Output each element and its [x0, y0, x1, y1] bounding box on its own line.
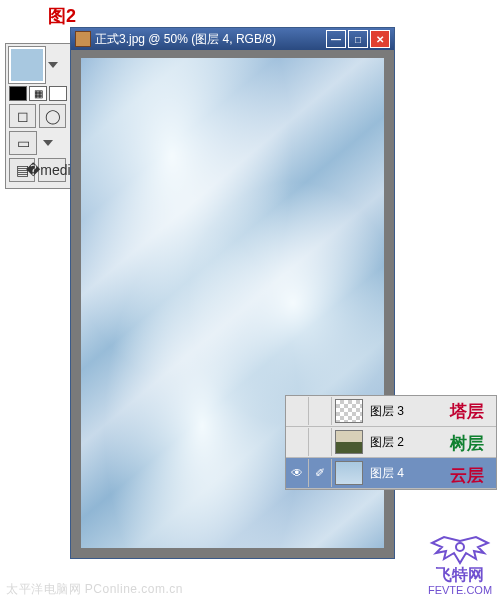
fill-solid-icon[interactable]: [9, 86, 27, 101]
blend-button[interactable]: ▭: [9, 131, 37, 155]
wings-icon: [424, 533, 496, 567]
titlebar[interactable]: 正式3.jpg @ 50% (图层 4, RGB/8) — □ ✕: [71, 28, 394, 50]
layer-thumbnail[interactable]: [335, 430, 363, 454]
svg-point-0: [456, 543, 464, 551]
annotation-tower: 塔层: [450, 400, 484, 423]
eye-icon: 👁: [291, 466, 303, 480]
lock-toggle[interactable]: [309, 397, 332, 425]
lock-toggle[interactable]: ✐: [309, 459, 332, 487]
mode-normal-button[interactable]: ◻: [9, 104, 36, 128]
layer-name[interactable]: 图层 2: [370, 434, 404, 451]
site-url: FEVTE.COM: [424, 584, 496, 596]
tool-options-panel: ▦ ◻ ◯ ▭ ▤ �medic: [5, 43, 73, 189]
visibility-toggle[interactable]: [286, 428, 309, 456]
document-title: 正式3.jpg @ 50% (图层 4, RGB/8): [95, 31, 324, 48]
annotation-tree: 树层: [450, 432, 484, 455]
site-logo: 飞特网 FEVTE.COM: [424, 533, 496, 596]
mode-behind-button[interactable]: ◯: [39, 104, 66, 128]
watermark: 太平洋电脑网 PConline.com.cn: [6, 581, 183, 598]
visibility-toggle[interactable]: 👁: [286, 459, 309, 487]
close-button[interactable]: ✕: [370, 30, 390, 48]
fill-pattern-icon[interactable]: ▦: [29, 86, 47, 101]
annotation-cloud: 云层: [450, 464, 484, 487]
lock-toggle[interactable]: [309, 428, 332, 456]
brush-button[interactable]: �medic: [38, 158, 66, 182]
minimize-button[interactable]: —: [326, 30, 346, 48]
brush-icon: ✐: [315, 466, 325, 480]
layer-thumbnail[interactable]: [335, 399, 363, 423]
swatch-dropdown-icon[interactable]: [48, 60, 58, 70]
fill-none-icon[interactable]: [49, 86, 67, 101]
site-name: 飞特网: [424, 565, 496, 586]
foreground-swatch[interactable]: [9, 47, 45, 83]
layer-name[interactable]: 图层 3: [370, 403, 404, 420]
layer-thumbnail[interactable]: [335, 461, 363, 485]
blend-dropdown-icon[interactable]: [43, 138, 53, 148]
layer-name[interactable]: 图层 4: [370, 465, 404, 482]
maximize-button[interactable]: □: [348, 30, 368, 48]
visibility-toggle[interactable]: [286, 397, 309, 425]
document-icon: [75, 31, 91, 47]
figure-label: 图2: [48, 4, 76, 28]
